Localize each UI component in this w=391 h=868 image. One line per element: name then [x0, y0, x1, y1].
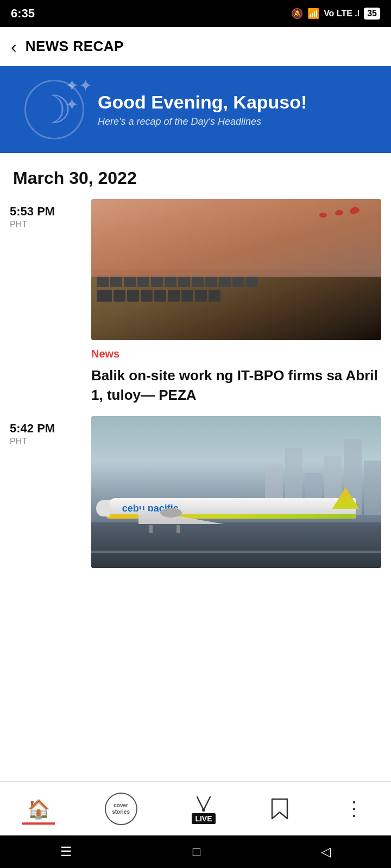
bookmark-icon [270, 797, 289, 821]
article-1[interactable]: News Balik on-site work ng IT-BPO firms … [84, 199, 391, 405]
time-col-2: 5:42 PM PHT [0, 416, 71, 446]
time-col-1: 5:53 PM PHT [0, 199, 71, 229]
timeline-item-1[interactable]: 5:53 PM PHT [0, 199, 391, 416]
banner-greeting: Good Evening, Kapuso! [98, 92, 375, 113]
banner-text: Good Evening, Kapuso! Here's a recap of … [92, 92, 375, 127]
sys-back-btn[interactable]: ◁ [321, 844, 331, 859]
nav-live[interactable]: LIVE [183, 789, 224, 828]
status-bar: 6:35 🔕 📶 Vo LTE .l 35 [0, 0, 391, 27]
nav-cover-stories[interactable]: coverstories [96, 788, 146, 829]
banner-subtitle: Here's a recap of the Day's Headlines [98, 116, 375, 127]
signal-icon: Vo LTE .l [324, 9, 360, 18]
nav-home[interactable]: 🏠 [18, 794, 59, 824]
back-button[interactable]: ‹ [11, 38, 17, 55]
date-section: March 30, 2022 [0, 153, 391, 194]
status-icons: 🔕 📶 Vo LTE .l 35 [291, 8, 380, 20]
live-signal-icon [192, 794, 216, 812]
time-1: 5:53 PM [10, 205, 55, 219]
nav-bookmark[interactable] [261, 793, 298, 825]
cover-stories-icon: coverstories [105, 793, 137, 825]
mute-icon: 🔕 [291, 8, 303, 20]
article-1-image [91, 199, 381, 340]
sys-home-btn[interactable]: □ [193, 844, 201, 859]
time-2: 5:42 PM [10, 422, 55, 436]
wifi-icon: 📶 [307, 8, 319, 20]
live-label: LIVE [192, 813, 215, 824]
date-label: March 30, 2022 [13, 168, 137, 188]
more-icon: ⋮ [344, 799, 364, 819]
banner-icon: ☽ ✦✦✦ [16, 72, 92, 148]
status-time: 6:35 [11, 7, 35, 21]
timeline-item-2[interactable]: 5:42 PM PHT [0, 416, 391, 586]
home-icon: 🏠 [27, 798, 50, 820]
article-2[interactable]: cebu pacific [84, 416, 391, 576]
live-icon-wrap: LIVE [192, 794, 216, 824]
stars-icon: ✦✦✦ [65, 76, 92, 114]
svg-point-0 [202, 808, 205, 812]
bottom-nav: 🏠 coverstories LIVE ⋮ [0, 781, 391, 835]
system-nav-bar: ☰ □ ◁ [0, 835, 391, 868]
tz-2: PHT [10, 437, 27, 446]
banner: ☽ ✦✦✦ Good Evening, Kapuso! Here's a rec… [0, 66, 391, 153]
sys-menu-btn[interactable]: ☰ [60, 844, 72, 859]
timeline: 5:53 PM PHT [0, 194, 391, 597]
battery-icon: 35 [364, 8, 380, 20]
page-title: NEWS RECAP [26, 38, 124, 55]
home-indicator [22, 822, 55, 825]
header: ‹ NEWS RECAP [0, 27, 391, 66]
tz-1: PHT [10, 220, 27, 229]
article-1-category: News [91, 348, 381, 360]
article-2-image: cebu pacific [91, 416, 381, 568]
spacer [0, 597, 391, 695]
nav-more[interactable]: ⋮ [336, 795, 373, 823]
article-1-title: Balik on-site work ng IT-BPO firms sa Ab… [91, 366, 381, 405]
